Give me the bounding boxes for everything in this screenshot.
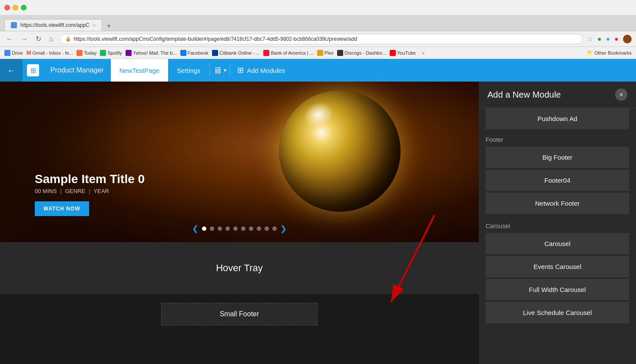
reload-button[interactable]: ↻ <box>34 34 43 44</box>
bookmarks-overflow: » <box>422 50 424 56</box>
extension-icon-3[interactable]: ● <box>614 35 619 43</box>
big-footer-button[interactable]: Big Footer <box>486 147 629 168</box>
bookmark-drive[interactable]: Drive <box>4 50 23 56</box>
hero-content: Sample Item Title 0 00 MINS | GENRE | YE… <box>35 172 145 216</box>
drive-icon <box>4 50 10 56</box>
today-icon <box>76 50 83 56</box>
facebook-icon <box>180 50 186 56</box>
hero-year: YEAR <box>94 188 109 194</box>
maximize-window-button[interactable] <box>21 5 26 10</box>
bookmark-label: Today <box>84 50 96 56</box>
carousel-dot-1[interactable] <box>202 226 206 231</box>
citi-icon <box>212 50 218 56</box>
carousel-dot-5[interactable] <box>233 226 238 231</box>
back-nav-button[interactable]: ← <box>0 59 23 82</box>
carousel-dot-3[interactable] <box>218 226 222 231</box>
folder-icon: 📁 <box>587 50 593 56</box>
extension-icon-4[interactable] <box>623 35 632 43</box>
url-text: https://tools.viewlift.com/appCmsConfig/… <box>74 36 357 42</box>
footer-section-label: Footer <box>486 136 629 143</box>
carousel-dot-10[interactable] <box>272 226 277 231</box>
bookmark-yahoo[interactable]: Yahoo! Mail: The b... <box>126 50 176 56</box>
new-tab-button[interactable]: + <box>103 22 115 31</box>
carousel-section: Carousel Carousel Events Carousel Full W… <box>479 217 636 327</box>
carousel-dot-4[interactable] <box>225 226 230 231</box>
carousel-button[interactable]: Carousel <box>486 233 629 254</box>
full-width-carousel-button[interactable]: Full Width Carousel <box>486 279 629 300</box>
disco-ball-sphere <box>279 90 401 212</box>
minimize-window-button[interactable] <box>13 5 18 10</box>
settings-button[interactable]: Settings <box>168 59 209 82</box>
panel-close-button[interactable]: × <box>615 89 627 101</box>
watch-now-button[interactable]: WATCH NOW <box>35 201 89 216</box>
nav-logo <box>23 59 43 82</box>
carousel-next-button[interactable]: ❯ <box>280 224 287 233</box>
product-manager-label: Product Manager <box>50 66 104 74</box>
pushdown-ad-container: Pushdown Ad <box>479 108 636 129</box>
carousel-dot-7[interactable] <box>249 226 253 231</box>
forward-button[interactable]: → <box>19 34 30 44</box>
bookmark-today[interactable]: Today <box>76 50 96 56</box>
hero-meta: 00 MINS | GENRE | YEAR <box>35 188 145 194</box>
bookmark-citi[interactable]: Citibank Online - ... <box>212 50 260 56</box>
back-arrow-icon: ← <box>7 66 16 75</box>
back-button[interactable]: ← <box>4 34 15 44</box>
add-modules-label: Add Modules <box>247 67 285 74</box>
main-layout: Sample Item Title 0 00 MINS | GENRE | YE… <box>0 82 636 364</box>
current-page-tab[interactable]: NewTestPage <box>111 59 169 82</box>
extension-icon-1[interactable]: ● <box>597 35 602 43</box>
network-footer-button[interactable]: Network Footer <box>486 193 629 214</box>
bookmark-gmail[interactable]: M Gmail - Inbox - fe... <box>26 49 73 56</box>
carousel-section-label: Carousel <box>486 223 629 230</box>
carousel-dot-2[interactable] <box>210 226 214 231</box>
bookmark-plex[interactable]: Plex <box>317 50 334 56</box>
carousel-prev-button[interactable]: ❮ <box>192 224 199 233</box>
panel-scrollable[interactable]: Pushdown Ad Footer Big Footer Footer04 N… <box>479 108 636 364</box>
address-bar[interactable]: 🔒 https://tools.viewlift.com/appCmsConfi… <box>60 34 583 44</box>
traffic-lights <box>4 5 26 10</box>
small-footer-box[interactable]: Small Footer <box>161 303 318 325</box>
events-carousel-button[interactable]: Events Carousel <box>486 256 629 277</box>
add-modules-button[interactable]: ⊞ Add Modules <box>230 59 292 82</box>
other-bookmarks-folder[interactable]: 📁 Other Bookmarks <box>587 50 632 56</box>
boa-icon <box>263 50 269 56</box>
other-bookmarks-label: Other Bookmarks <box>594 50 632 56</box>
bookmark-spotify[interactable]: Spotify <box>100 50 122 56</box>
pushdown-ad-button[interactable]: Pushdown Ad <box>486 108 629 129</box>
hover-tray-label: Hover Tray <box>216 262 263 274</box>
footer04-button[interactable]: Footer04 <box>486 170 629 191</box>
spotify-icon <box>100 50 106 56</box>
close-window-button[interactable] <box>4 5 10 10</box>
browser-tab-bar: https://tools.viewlift.com/appC × + <box>0 16 636 31</box>
product-manager-button[interactable]: Product Manager <box>43 59 111 82</box>
bookmark-facebook[interactable]: Facebook <box>180 50 209 56</box>
live-schedule-carousel-button[interactable]: Live Schedule Carousel <box>486 302 629 323</box>
carousel-dot-8[interactable] <box>257 226 261 231</box>
bookmark-label: Spotify <box>107 50 122 56</box>
grid-icon: ⊞ <box>237 66 244 75</box>
bookmark-label: Bank of America | ... <box>271 50 313 56</box>
content-area: Sample Item Title 0 00 MINS | GENRE | YE… <box>0 82 479 364</box>
browser-tab-active[interactable]: https://tools.viewlift.com/appC × <box>4 19 102 31</box>
bookmark-discogs[interactable]: Discogs - Dashbo... <box>337 50 386 56</box>
right-panel: Add a New Module × Pushdown Ad Footer Bi… <box>479 82 636 364</box>
youtube-icon <box>390 50 396 56</box>
tab-close-button[interactable]: × <box>93 23 96 28</box>
home-button[interactable]: ⌂ <box>47 34 55 44</box>
carousel-dot-6[interactable] <box>241 226 245 231</box>
bookmark-boa[interactable]: Bank of America | ... <box>263 50 313 56</box>
bookmark-label: YouTube <box>397 50 416 56</box>
device-selector[interactable]: 🖥 ▾ <box>210 59 230 82</box>
carousel-dot-9[interactable] <box>265 226 269 231</box>
small-footer-section: Small Footer <box>0 294 479 334</box>
bookmark-youtube[interactable]: YouTube <box>390 50 416 56</box>
small-footer-label: Small Footer <box>220 310 259 318</box>
browser-toolbar: Drive M Gmail - Inbox - fe... Today Spot… <box>0 47 636 59</box>
extension-icon-2[interactable]: ● <box>606 35 610 43</box>
top-nav: ← Product Manager NewTestPage Settings 🖥… <box>0 59 636 82</box>
panel-title: Add a New Module <box>487 90 561 100</box>
ssl-lock-icon: 🔒 <box>65 36 71 42</box>
bookmark-star-icon[interactable]: ☆ <box>587 35 593 43</box>
hero-title: Sample Item Title 0 <box>35 172 145 186</box>
tab-title: https://tools.viewlift.com/appC <box>20 22 89 28</box>
